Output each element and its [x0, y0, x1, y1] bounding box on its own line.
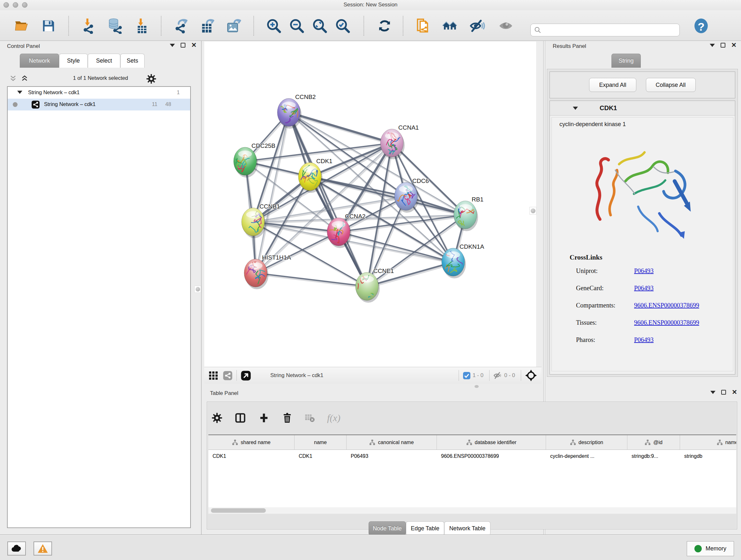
warning-icon — [37, 544, 48, 553]
refresh-button[interactable] — [377, 18, 393, 34]
entry-collapse-icon[interactable] — [573, 107, 578, 110]
crosslink-link[interactable]: 9606.ENSP00000378699 — [634, 319, 699, 326]
export-table-button[interactable] — [199, 18, 215, 34]
edge-HIST1H1A-CCNE1[interactable] — [256, 273, 367, 287]
float-panel-icon[interactable] — [721, 390, 726, 395]
crosslink-row: Compartments:9606.ENSP00000378699 — [569, 297, 733, 314]
close-panel-icon[interactable]: ✕ — [732, 390, 737, 395]
crosslink-link[interactable]: 9606.ENSP00000378699 — [634, 302, 699, 309]
first-neighbors-button[interactable] — [442, 18, 458, 34]
open-in-window-icon[interactable] — [241, 370, 251, 381]
network-selection-row: 1 of 1 Network selected — [0, 72, 201, 86]
column-header-canonical-name[interactable]: canonical name — [347, 435, 437, 449]
left-splitter[interactable] — [201, 41, 202, 535]
column-header-name[interactable]: name — [294, 435, 347, 449]
memory-button[interactable]: Memory — [687, 541, 734, 556]
table-toolbar: f(x) — [212, 408, 340, 428]
column-header-@id[interactable]: @id — [627, 435, 680, 449]
crosslink-row: Uniprot:P06493 — [569, 262, 733, 279]
panel-menu-icon[interactable] — [170, 44, 175, 47]
column-type-icon — [570, 439, 576, 445]
close-panel-icon[interactable]: ✕ — [731, 43, 737, 48]
show-columns-icon[interactable] — [234, 412, 246, 424]
network-status-dot — [13, 102, 17, 107]
function-builder-icon[interactable]: f(x) — [327, 413, 340, 423]
column-header-description[interactable]: description — [546, 435, 627, 449]
zoom-fit-button[interactable] — [312, 18, 328, 34]
entry-header[interactable]: CDK1 — [550, 101, 735, 116]
edge-CDKN1A-CCNE1[interactable] — [367, 262, 453, 287]
network-collection-row[interactable]: String Network – cdk1 1 — [8, 87, 190, 99]
help-button[interactable]: ? — [693, 18, 709, 34]
network-graph[interactable]: CCNB2CCNA1CDC25BCDK1CDC6RB1CCNB1CCNA2CDK… — [204, 42, 542, 367]
tab-style[interactable]: Style — [59, 54, 88, 68]
export-image-button[interactable] — [226, 18, 242, 34]
title-bar: Session: New Session — [0, 0, 741, 10]
edge-CCNB2-RB1[interactable] — [289, 112, 465, 215]
zoom-out-button[interactable] — [289, 18, 305, 34]
float-panel-icon[interactable] — [181, 43, 185, 48]
tree-expand-icon[interactable] — [17, 91, 22, 94]
selected-checkbox-icon[interactable] — [463, 372, 471, 380]
network-canvas[interactable]: CCNB2CCNA1CDC25BCDK1CDC6RB1CCNB1CCNA2CDK… — [204, 42, 542, 367]
hidden-eye-icon[interactable] — [493, 371, 502, 380]
node-CDK1[interactable] — [290, 163, 321, 191]
warnings-button[interactable] — [33, 542, 52, 556]
zoom-selected-button[interactable] — [335, 18, 351, 34]
import-network-database-button[interactable] — [107, 18, 123, 34]
hide-selected-button[interactable] — [469, 18, 485, 34]
tab-network-table[interactable]: Network Table — [444, 521, 490, 536]
tab-sets[interactable]: Sets — [120, 54, 145, 68]
gear-icon[interactable] — [146, 74, 156, 84]
right-splitter-grip[interactable] — [529, 207, 536, 214]
tab-network[interactable]: Network — [20, 54, 59, 68]
collapse-all-button[interactable]: Collapse All — [646, 78, 696, 92]
network-badge-icon[interactable] — [223, 371, 232, 381]
tab-edge-table[interactable]: Edge Table — [406, 521, 444, 536]
zoom-in-button[interactable] — [266, 18, 282, 34]
crosslink-link[interactable]: P06493 — [634, 285, 654, 292]
cloud-status-button[interactable] — [7, 542, 26, 556]
table-row[interactable]: CDK1CDK1P064939606.ENSP00000378699cyclin… — [208, 450, 736, 462]
tab-string[interactable]: String — [611, 54, 641, 68]
open-session-button[interactable] — [14, 18, 30, 34]
column-header-database-identifier[interactable]: database identifier — [437, 435, 546, 449]
delete-trash-icon[interactable] — [282, 412, 293, 424]
crosshair-icon[interactable] — [525, 369, 537, 381]
delete-table-icon[interactable] — [305, 413, 315, 423]
node-CCNB2[interactable] — [277, 98, 300, 126]
scrollbar-thumb[interactable] — [211, 508, 266, 513]
edge-CCNB2-CCNE1[interactable] — [289, 112, 367, 287]
toolbar-separator — [253, 16, 254, 36]
crosslink-link[interactable]: P06493 — [634, 267, 654, 274]
node-CDC25B[interactable] — [233, 147, 257, 175]
entry-name: CDK1 — [600, 105, 617, 112]
birdseye-grid-icon[interactable] — [209, 371, 218, 380]
column-header-shared-name[interactable]: shared name — [208, 435, 294, 449]
save-session-button[interactable] — [41, 18, 57, 34]
table-cell: CDK1 — [294, 450, 347, 462]
tab-select[interactable]: Select — [88, 54, 120, 68]
search-input[interactable] — [542, 25, 679, 35]
gear-icon[interactable] — [212, 413, 222, 423]
add-column-icon[interactable] — [258, 412, 270, 424]
float-panel-icon[interactable] — [721, 43, 725, 48]
crosslink-link[interactable]: P06493 — [634, 336, 654, 344]
panel-menu-icon[interactable] — [711, 391, 716, 394]
horizontal-splitter-grip[interactable] — [475, 385, 479, 388]
import-table-file-button[interactable] — [133, 18, 149, 34]
show-all-button[interactable] — [498, 18, 514, 34]
network-row[interactable]: String Network – cdk1 11 48 — [8, 99, 190, 111]
close-panel-icon[interactable]: ✕ — [191, 43, 197, 48]
tab-node-table[interactable]: Node Table — [368, 521, 406, 536]
export-network-button[interactable] — [173, 18, 189, 34]
table-horizontal-scrollbar[interactable] — [208, 507, 736, 514]
left-splitter-grip[interactable] — [194, 286, 201, 293]
panel-menu-icon[interactable] — [710, 44, 715, 47]
protein-structure-image — [574, 130, 711, 249]
new-network-from-selection-button[interactable] — [415, 18, 431, 34]
import-network-file-button[interactable] — [81, 18, 97, 34]
network-tree: String Network – cdk1 1 String Network –… — [7, 86, 191, 528]
column-header-namespace[interactable]: namespace — [680, 435, 736, 449]
expand-all-button[interactable]: Expand All — [589, 78, 636, 92]
